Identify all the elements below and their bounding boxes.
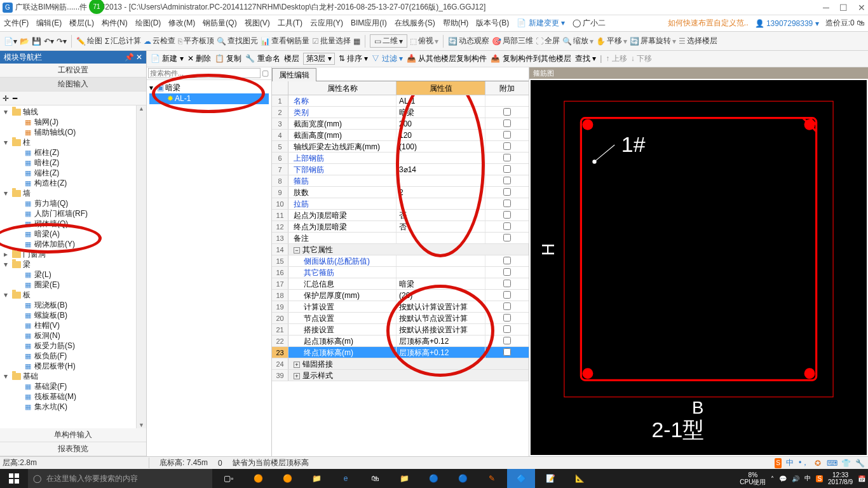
prop-addon-checkbox[interactable] xyxy=(503,108,511,116)
close-panel-icon[interactable]: ✕ xyxy=(136,53,142,62)
search-clear-icon[interactable]: ▢ xyxy=(261,69,270,78)
prop-row[interactable]: 14−其它属性 xyxy=(272,244,529,255)
prop-addon-checkbox[interactable] xyxy=(503,234,511,241)
new-file-icon[interactable]: 📄▾ xyxy=(4,37,17,46)
top-view-button[interactable]: ⬚ 俯视 ▾ xyxy=(410,36,438,46)
tree-node[interactable]: ▾柱 xyxy=(1,137,135,147)
delete-button[interactable]: ✕ 删除 xyxy=(187,53,211,64)
tree-node[interactable]: ▦构造柱(Z) xyxy=(1,178,135,188)
status-icon-5[interactable]: 👕 xyxy=(840,458,851,468)
prop-row[interactable]: 23终点顶标高(m)层顶标高+0.12 xyxy=(272,347,529,358)
prop-addon-checkbox[interactable] xyxy=(503,211,511,219)
status-icon-6[interactable]: 🔧 xyxy=(854,458,865,468)
tree-node[interactable]: ▦基础梁(F) xyxy=(1,381,135,391)
prop-row[interactable]: 20节点设置按默认节点设置计算 xyxy=(272,313,529,324)
2d-select[interactable]: ▭ 二维 ▾ xyxy=(370,34,407,48)
menu-view[interactable]: 视图(V) xyxy=(245,18,270,29)
app-icon-5[interactable]: 🔵 xyxy=(419,469,447,488)
prop-row[interactable]: 1名称AL-1 xyxy=(272,95,529,107)
tree-node[interactable]: ▦楼层板带(H) xyxy=(1,361,135,371)
zoom-button[interactable]: 🔍 缩放 ▾ xyxy=(562,36,593,46)
prop-addon-checkbox[interactable] xyxy=(503,222,511,230)
preview-canvas[interactable]: 1# H B 2-1型 xyxy=(531,80,867,455)
tree-node[interactable]: ▦砌体墙(Q) xyxy=(1,219,135,229)
fullscreen-button[interactable]: ⛶ 全屏 xyxy=(536,36,560,46)
model-search-input[interactable] xyxy=(148,68,261,78)
tree-node[interactable]: ▸门窗洞 xyxy=(1,249,135,259)
model-tree-root[interactable]: ▾▣暗梁 xyxy=(149,83,269,93)
prop-addon-checkbox[interactable] xyxy=(503,348,511,356)
batch-select-button[interactable]: ☑ 批量选择 xyxy=(312,36,351,46)
status-icon-1[interactable]: 中 xyxy=(784,458,796,468)
prop-row[interactable]: 8箍筋 xyxy=(272,175,529,187)
app-icon-8[interactable]: 📝 xyxy=(536,469,564,488)
prop-addon-checkbox[interactable] xyxy=(503,280,511,287)
filter-button[interactable]: ▽ 过滤 ▾ xyxy=(372,53,403,64)
menu-file[interactable]: 文件(F) xyxy=(4,18,29,29)
tree-node[interactable]: ▦柱帽(V) xyxy=(1,320,135,330)
tree-node[interactable]: ▦集水坑(K) xyxy=(1,402,135,412)
app-icon-explorer[interactable]: 📁 xyxy=(390,469,418,488)
prop-row[interactable]: 18保护层厚度(mm)(20) xyxy=(272,290,529,301)
prop-addon-checkbox[interactable] xyxy=(503,142,511,150)
prop-addon-checkbox[interactable] xyxy=(503,165,511,173)
sum-button[interactable]: Σ 汇总计算 xyxy=(105,36,141,46)
prop-row[interactable]: 2类别暗梁 xyxy=(272,107,529,118)
tree-node[interactable]: ▾墙 xyxy=(1,188,135,198)
prop-addon-checkbox[interactable] xyxy=(503,257,511,264)
prop-addon-checkbox[interactable] xyxy=(503,314,511,322)
sort-button[interactable]: ⇅ 排序 ▾ xyxy=(339,53,369,64)
prop-row[interactable]: 6上部钢筋 xyxy=(272,152,529,164)
tray-chevron-icon[interactable]: ˄ xyxy=(771,475,774,482)
tree-node[interactable]: ▾轴线 xyxy=(1,107,135,117)
rotate-button[interactable]: 🔄 屏幕旋转 ▾ xyxy=(630,36,676,46)
tree-node[interactable]: ▦板负筋(F) xyxy=(1,351,135,361)
tab-project-settings[interactable]: 工程设置 xyxy=(0,64,146,78)
tray-ime-icon[interactable]: 中 xyxy=(804,474,811,483)
prop-row[interactable]: 21搭接设置按默认搭接设置计算 xyxy=(272,324,529,336)
prop-tab[interactable]: 属性编辑 xyxy=(272,68,316,82)
tab-single-input[interactable]: 单构件输入 xyxy=(0,428,146,442)
prop-row[interactable]: 10拉筋 xyxy=(272,198,529,210)
rename-button[interactable]: 🔧 重命名 xyxy=(245,53,280,64)
find-button[interactable]: 查找 ▾ xyxy=(575,53,596,64)
prop-row[interactable]: 24+锚固搭接 xyxy=(272,358,529,370)
ime-indicator[interactable]: S xyxy=(775,458,782,468)
close-button[interactable]: ✕ xyxy=(858,3,865,13)
block-icon[interactable]: ▦ xyxy=(353,37,360,46)
undo-icon[interactable]: ↶▾ xyxy=(44,37,54,46)
prop-row[interactable]: 12终点为顶层暗梁否 xyxy=(272,221,529,233)
prop-row[interactable]: 16其它箍筋 xyxy=(272,267,529,278)
prop-row[interactable]: 19计算设置按默认计算设置计算 xyxy=(272,301,529,313)
tree-node[interactable]: ▦框柱(Z) xyxy=(1,147,135,158)
tree-node[interactable]: ▦人防门框墙(RF) xyxy=(1,208,135,219)
app-icon-7[interactable]: ✎ xyxy=(478,469,506,488)
prop-row[interactable]: 7下部钢筋3⌀14 xyxy=(272,164,529,175)
tree-node[interactable]: ▦剪力墙(Q) xyxy=(1,198,135,208)
taskbar-search[interactable]: ◯ 在这里输入你要搜索的内容 xyxy=(28,469,212,488)
collapse-icon[interactable]: ━ xyxy=(13,94,17,103)
align-top-button[interactable]: ⎘ 平齐板顶 xyxy=(178,36,214,46)
draw-button[interactable]: ✏️绘图 xyxy=(76,36,102,46)
tree-node[interactable]: ▦端柱(Z) xyxy=(1,168,135,178)
prop-row[interactable]: 5轴线距梁左边线距离(mm)(100) xyxy=(272,141,529,152)
tree-node[interactable]: ▦辅助轴线(O) xyxy=(1,127,135,137)
menu-component[interactable]: 构件(N) xyxy=(102,18,128,29)
tree-node[interactable]: ▦板洞(N) xyxy=(1,330,135,341)
model-tree-item[interactable]: ✸AL-1 xyxy=(149,93,269,104)
tree-scrollbar[interactable]: ▲▼ xyxy=(136,105,146,428)
tree-node[interactable]: ▦筏板基础(M) xyxy=(1,391,135,402)
minimize-button[interactable]: ─ xyxy=(823,3,829,13)
maximize-button[interactable]: ☐ xyxy=(839,3,848,13)
view-rebar-button[interactable]: 📊 查看钢筋量 xyxy=(261,36,309,46)
copy-button[interactable]: 📋 复制 xyxy=(215,53,241,64)
prop-addon-checkbox[interactable] xyxy=(503,200,511,207)
tree-node[interactable]: ▦圈梁(E) xyxy=(1,280,135,290)
tray-action-icon[interactable]: 💬 xyxy=(779,475,787,482)
app-icon-active[interactable]: 🔷 xyxy=(507,469,535,488)
copy-from-button[interactable]: 📥 从其他楼层复制构件 xyxy=(407,53,487,64)
user-button[interactable]: ◯ 广小二 xyxy=(573,18,606,29)
menu-help[interactable]: 帮助(H) xyxy=(443,18,469,29)
menu-tool[interactable]: 工具(T) xyxy=(278,18,302,29)
account-link[interactable]: 👤 13907298339 ▾ xyxy=(755,19,819,28)
